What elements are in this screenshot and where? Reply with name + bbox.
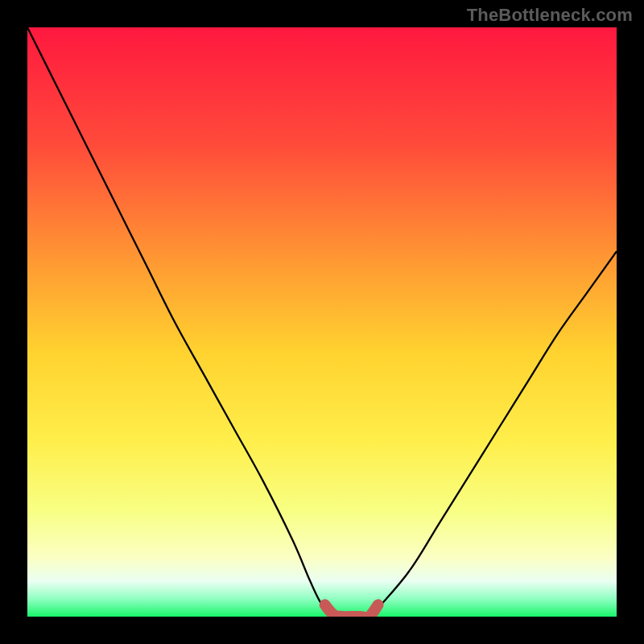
watermark-text: TheBottleneck.com <box>467 5 633 26</box>
chart-container: TheBottleneck.com <box>0 0 644 644</box>
chart-svg <box>27 27 617 617</box>
gradient-background <box>27 27 617 617</box>
plot-area <box>27 27 617 617</box>
